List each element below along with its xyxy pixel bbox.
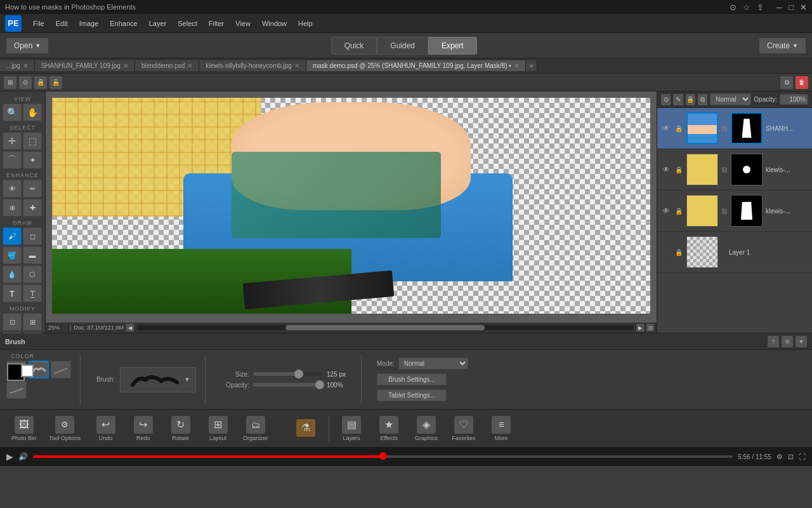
eraser-tool[interactable]: ◻ <box>23 227 42 245</box>
layer-1-lock[interactable]: 🔒 <box>674 165 683 174</box>
background-color[interactable] <box>21 364 34 377</box>
doc-tab-0[interactable]: ...jpg ✕ <box>0 60 35 71</box>
unlock-icon[interactable]: 🔓 <box>49 76 62 89</box>
taskbar-organizer[interactable]: 🗂 Organizer <box>238 413 273 444</box>
size-slider[interactable] <box>253 372 323 376</box>
layer-1-eye[interactable]: 👁 <box>661 164 671 175</box>
taskbar-favorites[interactable]: ♡ Favorites <box>447 413 481 444</box>
layer-0-lock[interactable]: 🔒 <box>674 124 683 133</box>
network-icon[interactable]: ⊙ <box>730 3 737 12</box>
menu-image[interactable]: Image <box>74 18 104 29</box>
lasso-tool[interactable]: ⌒ <box>3 151 22 169</box>
doc-tab-1-close[interactable]: ✕ <box>123 62 128 69</box>
taskbar-tool-options[interactable]: ⚙ Tool Options <box>44 413 86 444</box>
layers-icon3[interactable]: 🔒 <box>686 94 695 105</box>
tab-quick[interactable]: Quick <box>331 37 377 55</box>
menu-layer[interactable]: Layer <box>144 18 172 29</box>
menu-view[interactable]: View <box>230 18 256 29</box>
layers-icon1[interactable]: ⊙ <box>661 94 671 105</box>
shape-tool[interactable]: ⬡ <box>23 265 42 283</box>
layer-item-3[interactable]: 👁 🔒 Layer 1 <box>657 232 812 273</box>
taskbar-redo[interactable]: ↪ Redo <box>126 413 160 444</box>
fit-window-btn[interactable]: ⊡ <box>646 324 654 331</box>
eyedropper-tool[interactable]: 💧 <box>3 265 22 283</box>
opacity-slider-thumb[interactable] <box>315 380 324 389</box>
menu-select[interactable]: Select <box>173 18 202 29</box>
settings-video-btn[interactable]: ⚙ <box>776 453 783 461</box>
crop-tool[interactable]: ⊡ <box>3 313 22 331</box>
layer-3-eye[interactable]: 👁 <box>661 247 671 257</box>
taskbar-undo[interactable]: ↩ Undo <box>88 413 123 444</box>
heal-tool[interactable]: ✚ <box>23 199 42 217</box>
taskbar-rotate[interactable]: ↻ Rotate <box>163 413 198 444</box>
clone-tool[interactable]: ⊕ <box>3 199 22 217</box>
doc-tab-0-close[interactable]: ✕ <box>23 62 28 69</box>
share-icon[interactable]: ⇪ <box>757 3 764 12</box>
duplicate-icon[interactable]: ⧉ <box>780 76 793 89</box>
close-btn[interactable]: ✕ <box>800 3 807 12</box>
pip-btn[interactable]: ⊡ <box>788 453 794 461</box>
doc-tab-4[interactable]: mask demo.psd @ 25% (SHANHUN_FAMILY 109.… <box>306 60 526 71</box>
move-tool[interactable]: ✛ <box>3 132 22 150</box>
taskbar-graphics[interactable]: ◈ Graphics <box>409 413 444 444</box>
layers-icon4[interactable]: ⧉ <box>698 94 707 105</box>
lock-icon[interactable]: 🔒 <box>34 76 47 89</box>
layer-item-1[interactable]: 👁 🔒 ⛓ klewis-... <box>657 149 812 190</box>
opacity-input[interactable] <box>780 94 808 105</box>
brush-settings-button[interactable]: Brush Settings... <box>377 373 447 385</box>
layers-icon2[interactable]: ✎ <box>673 94 683 105</box>
recompose-tool[interactable]: ⊞ <box>23 313 42 331</box>
doc-tab-1[interactable]: SHANHUN_FAMILY 109.jpg ✕ <box>35 60 135 71</box>
menu-window[interactable]: Window <box>257 18 292 29</box>
doc-tab-3[interactable]: klewis-sillybilly-honeycomb.jpg ✕ <box>199 60 306 71</box>
opacity-slider[interactable] <box>253 383 323 387</box>
progress-thumb[interactable] <box>379 452 387 460</box>
layer-item-2[interactable]: 👁 🔒 ⛓ klewis-... <box>657 190 812 232</box>
doc-tab-4-close[interactable]: ✕ <box>514 62 519 69</box>
progress-bar[interactable] <box>33 455 733 458</box>
minimize-btn[interactable]: ─ <box>776 3 782 12</box>
maximize-btn[interactable]: □ <box>789 3 794 12</box>
size-slider-thumb[interactable] <box>294 370 303 378</box>
brush-shape-selector[interactable]: ▼ <box>120 367 196 392</box>
blend-mode-select[interactable]: Normal Multiply Screen Overlay <box>710 93 751 105</box>
menu-file[interactable]: File <box>28 18 49 29</box>
taskbar-flask[interactable]: ⚗ <box>289 417 324 441</box>
brush-collapse-icon[interactable]: ▼ <box>796 336 807 347</box>
layer-3-lock[interactable]: 🔒 <box>674 248 683 257</box>
fullscreen-btn[interactable]: ⛶ <box>799 453 806 460</box>
doc-tab-2-close[interactable]: ✕ <box>187 62 192 69</box>
doc-tab-2[interactable]: blenddemo.psd ✕ <box>135 60 199 71</box>
taskbar-layout[interactable]: ⊞ Layout <box>200 413 235 444</box>
text-tool[interactable]: T <box>3 284 22 302</box>
brush-preset-3[interactable] <box>51 361 71 378</box>
layer-item-0[interactable]: 👁 🔒 ⛓ SHANH... <box>657 108 812 149</box>
brush-dropdown-arrow[interactable]: ▼ <box>184 376 190 383</box>
layer-2-lock[interactable]: 🔒 <box>674 206 683 215</box>
magic-select-icon[interactable]: ⊙ <box>19 76 32 89</box>
brush-enhance-tool[interactable]: ✏ <box>23 180 42 197</box>
select-all-icon[interactable]: ⊞ <box>4 76 16 89</box>
menu-edit[interactable]: Edit <box>51 18 73 29</box>
gradient-tool[interactable]: ▬ <box>23 246 42 264</box>
brush-help-icon[interactable]: ? <box>768 336 779 347</box>
bookmark-icon[interactable]: ☆ <box>743 3 750 12</box>
brush-settings-icon[interactable]: ⚙ <box>782 336 793 347</box>
magic-wand-tool[interactable]: ✦ <box>23 151 42 169</box>
menu-enhance[interactable]: Enhance <box>105 18 142 29</box>
bucket-tool[interactable]: 🪣 <box>3 246 22 264</box>
doc-tab-3-close[interactable]: ✕ <box>294 62 299 69</box>
play-button[interactable]: ▶ <box>6 451 13 462</box>
delete-layer-icon[interactable]: 🗑 <box>796 76 808 89</box>
scroll-right-btn[interactable]: ▶ <box>636 324 644 331</box>
taskbar-photo-bin[interactable]: 🖼 Photo Bin <box>6 413 41 444</box>
scroll-thumb[interactable] <box>285 325 485 330</box>
scroll-left-btn[interactable]: ◀ <box>126 324 134 331</box>
brush-tool[interactable]: 🖌 <box>3 227 22 245</box>
layer-2-eye[interactable]: 👁 <box>661 206 671 216</box>
taskbar-layers[interactable]: ▤ Layers <box>334 413 369 444</box>
open-dropdown-arrow[interactable]: ▼ <box>35 43 41 49</box>
tablet-settings-button[interactable]: Tablet Settings... <box>377 389 447 401</box>
text2-tool[interactable]: T̲ <box>23 284 42 302</box>
menu-help[interactable]: Help <box>293 18 318 29</box>
